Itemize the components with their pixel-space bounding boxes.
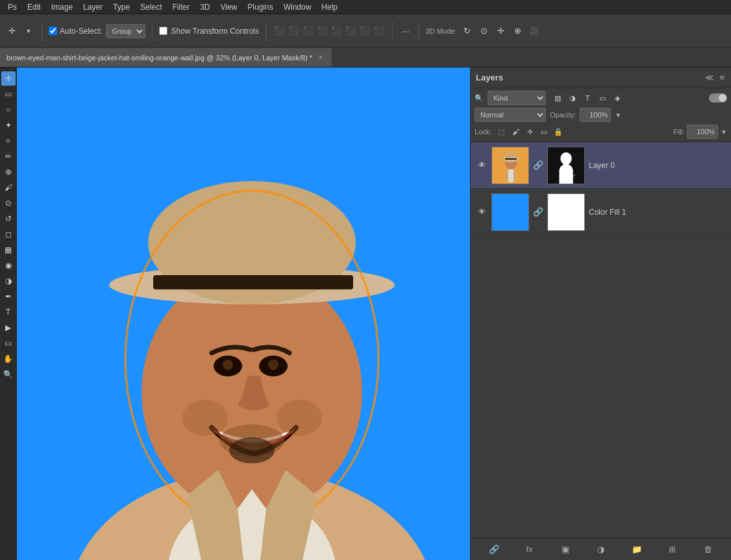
align-right-icon[interactable]: ⬛ (301, 25, 314, 38)
opacity-input[interactable] (580, 108, 611, 122)
toolbar-separator-2 (152, 21, 153, 41)
lock-position-icon[interactable]: ✛ (524, 126, 536, 138)
opacity-chevron-icon[interactable]: ▼ (615, 112, 621, 119)
menu-bar: Ps Edit Image Layer Type Select Filter 3… (0, 0, 731, 14)
menu-filter[interactable]: Filter (167, 0, 195, 14)
layers-mask-icon[interactable]: ▣ (558, 542, 573, 557)
move-tool-button[interactable]: ✛ (1, 71, 16, 86)
shape-tool[interactable]: ▭ (1, 336, 16, 350)
layers-collapse-icon[interactable]: ≪ (704, 71, 715, 84)
layer-item-layer0[interactable]: 👁 (471, 142, 731, 189)
search-icon: 🔍 (475, 94, 484, 103)
layers-adjustment-icon[interactable]: ◑ (593, 542, 609, 557)
3d-roll-icon[interactable]: ⊙ (477, 25, 490, 38)
pen-tool[interactable]: ✒ (1, 289, 16, 304)
menu-layer[interactable]: Layer (78, 0, 108, 14)
menu-3d[interactable]: 3D (195, 0, 215, 14)
filter-pixel-icon[interactable]: ▨ (551, 91, 564, 104)
clone-tool[interactable]: ⊙ (1, 196, 16, 210)
eraser-tool[interactable]: ◻ (1, 227, 16, 241)
menu-select[interactable]: Select (135, 0, 167, 14)
colorfill1-visibility-icon[interactable]: 👁 (476, 207, 488, 217)
history-brush-tool[interactable]: ↺ (1, 212, 16, 226)
magic-wand-tool[interactable]: ✦ (1, 118, 16, 132)
fill-chevron-icon[interactable]: ▼ (721, 128, 727, 136)
menu-help[interactable]: Help (316, 0, 343, 14)
align-middle-icon[interactable]: ⬛ (344, 25, 357, 38)
layers-menu-icon[interactable]: ≡ (718, 71, 726, 84)
colorfill1-photo-thumbnail (491, 193, 529, 231)
layers-panel: Layers ≪ ≡ 🔍 Kind Name Effect ▨ ◑ T (470, 67, 731, 560)
colorfill1-mask-thumbnail (547, 193, 585, 231)
layers-new-icon[interactable]: ⊞ (665, 542, 680, 557)
auto-select-type[interactable]: Group Layer (106, 24, 145, 38)
blend-mode-select[interactable]: Normal Multiply Screen Overlay (475, 108, 546, 122)
menu-window[interactable]: Window (279, 0, 317, 14)
3d-zoom-icon[interactable]: 🎥 (528, 25, 541, 38)
brush-tool[interactable]: 🖌 (1, 180, 16, 195)
lock-transparent-icon[interactable]: ⬚ (495, 126, 507, 138)
text-tool[interactable]: T (1, 305, 16, 319)
heal-tool[interactable]: ⊕ (1, 165, 16, 179)
3d-orbit-icon[interactable]: ↻ (460, 25, 473, 38)
tools-panel: ✛ ▭ ○ ✦ ⌗ ✏ ⊕ 🖌 ⊙ ↺ ◻ ▦ ◉ ◑ ✒ T ▶ ▭ ✋ 🔍 (0, 67, 17, 560)
menu-ps[interactable]: Ps (3, 0, 22, 14)
more-options-icon[interactable]: ··· (399, 25, 412, 38)
colorfill1-blue-content (492, 194, 528, 230)
blur-tool[interactable]: ◉ (1, 258, 16, 273)
layers-fx-icon[interactable]: fx (522, 542, 538, 557)
align-top-icon[interactable]: ⬛ (330, 25, 343, 38)
gradient-tool[interactable]: ▦ (1, 243, 16, 257)
layer0-link-icon[interactable]: 🔗 (533, 160, 543, 170)
move-tool-icon[interactable]: ✛ (5, 25, 18, 38)
menu-type[interactable]: Type (108, 0, 135, 14)
filter-type-select[interactable]: Kind Name Effect (488, 91, 546, 105)
filter-shape-icon[interactable]: ▭ (596, 91, 609, 104)
man-illustration (17, 67, 470, 560)
layers-link-icon[interactable]: 🔗 (486, 542, 502, 557)
document-tab[interactable]: brown-eyed-man-shirt-beige-jacket-hat-sm… (0, 48, 332, 67)
menu-edit[interactable]: Edit (22, 0, 46, 14)
transform-controls-checkbox[interactable] (159, 27, 167, 35)
align-left-icon[interactable]: ⬛ (273, 25, 286, 38)
menu-plugins[interactable]: Plugins (242, 0, 278, 14)
layers-group-icon[interactable]: 📁 (629, 542, 645, 557)
crop-tool[interactable]: ⌗ (1, 134, 16, 148)
layer0-photo-thumbnail (491, 147, 529, 184)
hand-tool[interactable]: ✋ (1, 352, 16, 366)
zoom-tool[interactable]: 🔍 (1, 367, 16, 382)
dodge-tool[interactable]: ◑ (1, 274, 16, 288)
fill-input[interactable] (687, 125, 718, 139)
eyedropper-tool[interactable]: ✏ (1, 149, 16, 164)
align-icons: ⬛ ⬛ ⬛ ⬛ ⬛ ⬛ ⬛ ⬛ (273, 25, 386, 38)
lasso-tool[interactable]: ○ (1, 103, 16, 117)
select-rect-tool[interactable]: ▭ (1, 87, 16, 101)
layer-item-colorfill1[interactable]: 👁 🔗 Color Fill 1 (471, 189, 731, 236)
layers-delete-icon[interactable]: 🗑 (700, 542, 716, 557)
3d-slide-icon[interactable]: ⊕ (511, 25, 524, 38)
filter-type-icon[interactable]: T (581, 91, 594, 104)
filter-adjustment-icon[interactable]: ◑ (566, 91, 579, 104)
menu-view[interactable]: View (215, 0, 242, 14)
align-center-h-icon[interactable]: ⬛ (287, 25, 300, 38)
lock-artboard-icon[interactable]: ▭ (538, 126, 550, 138)
filter-toggle[interactable] (709, 93, 727, 103)
align-extra-icon[interactable]: ⬛ (373, 25, 386, 38)
layer0-visibility-icon[interactable]: 👁 (476, 160, 488, 170)
3d-pan-icon[interactable]: ✛ (494, 25, 507, 38)
layer-filter-row: 🔍 Kind Name Effect ▨ ◑ T ▭ ◈ (475, 91, 727, 105)
auto-select-checkbox[interactable] (49, 27, 57, 35)
path-select-tool[interactable]: ▶ (1, 321, 16, 335)
colorfill1-link-icon[interactable]: 🔗 (533, 207, 543, 217)
lock-image-icon[interactable]: 🖌 (510, 126, 521, 138)
align-fill-icon[interactable]: ⬛ (316, 25, 328, 38)
align-bottom-icon[interactable]: ⬛ (358, 25, 371, 38)
ps-canvas (17, 67, 470, 560)
menu-image[interactable]: Image (46, 0, 78, 14)
svg-rect-22 (508, 169, 514, 182)
move-tool-arrow[interactable]: ▼ (22, 25, 35, 38)
colorfill1-name: Color Fill 1 (589, 208, 726, 217)
tab-close-button[interactable]: × (316, 53, 325, 62)
filter-smart-icon[interactable]: ◈ (611, 91, 624, 104)
lock-all-icon[interactable]: 🔒 (552, 126, 564, 138)
